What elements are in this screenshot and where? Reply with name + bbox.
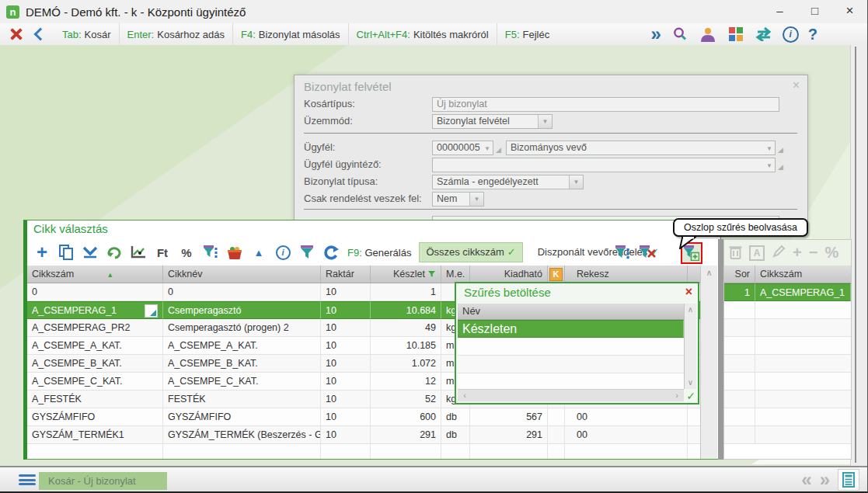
triangle-up-icon[interactable]: ▲ bbox=[249, 242, 269, 262]
expand-toolbar-icon[interactable]: » bbox=[650, 24, 661, 44]
table-cell[interactable]: 10.684 bbox=[371, 301, 441, 319]
table-cell[interactable] bbox=[724, 373, 755, 391]
table-cell[interactable] bbox=[27, 444, 163, 459]
next-page-icon[interactable]: » bbox=[820, 470, 830, 490]
table-cell[interactable]: Készleten bbox=[458, 320, 684, 338]
table-cell[interactable]: 10 bbox=[321, 283, 371, 301]
info-icon[interactable]: i bbox=[783, 26, 799, 43]
table-cell[interactable] bbox=[724, 355, 755, 373]
column-header-me[interactable]: M.e. bbox=[441, 266, 470, 283]
table-cell[interactable] bbox=[755, 391, 851, 408]
scroll-down-icon[interactable]: ∨ bbox=[685, 377, 696, 388]
table-cell[interactable]: 1 bbox=[371, 283, 441, 301]
ugyintezo-combo[interactable]: ▼◢ bbox=[432, 158, 776, 172]
collapse-down-icon[interactable] bbox=[80, 242, 100, 262]
table-cell[interactable]: A_CSEMPE_B_KAT. bbox=[163, 355, 321, 373]
basket-icon[interactable] bbox=[225, 242, 245, 262]
decrease-icon[interactable]: − bbox=[809, 244, 818, 262]
table-row[interactable] bbox=[724, 355, 851, 373]
edit-icon[interactable] bbox=[772, 245, 786, 261]
shortcut-tab-kosar[interactable]: Tab:Kosár bbox=[54, 23, 120, 45]
table-row[interactable]: 1A_CSEMPERAG_1 bbox=[724, 283, 851, 301]
confirm-check-icon[interactable]: ✓ bbox=[685, 390, 697, 402]
table-cell[interactable]: 00 bbox=[565, 408, 688, 426]
table-cell[interactable] bbox=[321, 444, 371, 459]
right-scroll-strip[interactable] bbox=[850, 45, 867, 466]
table-cell[interactable]: 10 bbox=[321, 355, 371, 373]
table-cell[interactable] bbox=[755, 373, 851, 391]
table-cell[interactable] bbox=[755, 426, 851, 444]
info-icon[interactable]: i bbox=[273, 242, 293, 262]
bizonylat-tipusa-select[interactable]: Számla - engedélyezett▼ bbox=[432, 175, 584, 189]
table-row[interactable]: GYSZÁMFIFOGYSZÁMFIFO10600db56700 bbox=[27, 408, 701, 426]
table-cell[interactable]: GYSZÁM_TERMÉK1 bbox=[27, 426, 163, 444]
dialog-close-icon[interactable]: × bbox=[793, 78, 800, 92]
table-cell[interactable]: A_CSEMPE_B_KAT. bbox=[27, 355, 163, 373]
table-cell[interactable]: FESTÉK bbox=[163, 391, 321, 408]
ugyfel-code-combo[interactable]: 00000005▼◢ bbox=[432, 141, 493, 155]
popup-close-icon[interactable]: × bbox=[685, 285, 692, 299]
table-cell[interactable]: GYSZÁMFIFO bbox=[163, 408, 321, 426]
search-icon[interactable] bbox=[671, 25, 689, 43]
scroll-right-icon[interactable]: › bbox=[671, 390, 683, 401]
table-cell[interactable] bbox=[724, 319, 755, 337]
scroll-left-icon[interactable]: ‹ bbox=[458, 390, 471, 401]
table-cell[interactable] bbox=[163, 444, 321, 459]
chevron-down-icon[interactable]: ▼ bbox=[484, 142, 490, 155]
chevron-down-icon[interactable]: ▼ bbox=[766, 142, 772, 155]
refresh-icon[interactable] bbox=[321, 242, 341, 262]
table-row[interactable] bbox=[27, 444, 701, 459]
help-icon[interactable]: ? bbox=[808, 26, 817, 43]
table-cell[interactable]: 1 bbox=[724, 283, 755, 301]
exit-icon[interactable] bbox=[8, 26, 25, 42]
table-cell[interactable]: 10 bbox=[321, 319, 371, 337]
table-cell[interactable]: 291 bbox=[470, 426, 548, 444]
table-row[interactable] bbox=[458, 373, 684, 389]
column-header-cikkszam[interactable]: Cikkszám bbox=[755, 266, 851, 283]
table-cell[interactable] bbox=[458, 373, 684, 389]
table-cell[interactable]: Csemperagasztó bbox=[163, 301, 321, 319]
table-cell[interactable] bbox=[371, 444, 441, 459]
table-cell[interactable] bbox=[724, 301, 755, 319]
table-cell[interactable]: A_CSEMPE_A_KAT. bbox=[163, 337, 321, 355]
table-cell[interactable]: 600 bbox=[371, 408, 441, 426]
kosartipus-input[interactable]: Új bizonylat bbox=[432, 97, 779, 112]
column-header-cikkszam[interactable]: Cikkszám▲ bbox=[27, 266, 163, 283]
popup-vertical-scrollbar[interactable]: ∧ ∨ bbox=[684, 304, 696, 389]
currency-ft-icon[interactable]: Ft bbox=[152, 242, 173, 262]
table-cell[interactable]: 12 bbox=[371, 373, 441, 391]
table-cell[interactable] bbox=[724, 391, 755, 408]
table-cell[interactable]: 10 bbox=[321, 426, 371, 444]
chart-icon[interactable] bbox=[128, 242, 148, 262]
table-cell[interactable]: 10 bbox=[321, 373, 371, 391]
shortcut-ctrlaltf4-makro[interactable]: Ctrl+Alt+F4:Kitöltés makróról bbox=[349, 23, 497, 45]
user-icon[interactable] bbox=[699, 25, 717, 43]
table-cell[interactable] bbox=[724, 408, 755, 426]
table-cell[interactable]: 10 bbox=[321, 337, 371, 355]
table-cell[interactable] bbox=[755, 355, 851, 373]
table-cell[interactable]: A_CSEMPE_A_KAT. bbox=[27, 337, 163, 355]
table-cell[interactable]: 52 bbox=[371, 391, 441, 408]
column-header-nev[interactable]: Név bbox=[458, 304, 684, 320]
table-cell[interactable]: 10 bbox=[321, 391, 371, 408]
shortcut-f4-masolas[interactable]: F4:Bizonylat másolás bbox=[233, 23, 349, 45]
table-cell[interactable] bbox=[441, 444, 470, 459]
scroll-up-icon[interactable]: ∧ bbox=[701, 266, 717, 279]
table-cell[interactable]: 567 bbox=[470, 408, 548, 426]
table-cell[interactable] bbox=[548, 426, 565, 444]
close-button[interactable]: × bbox=[832, 0, 867, 23]
percent-icon[interactable]: % bbox=[824, 244, 838, 262]
delete-icon[interactable] bbox=[729, 245, 742, 262]
chevron-down-icon[interactable]: ▼ bbox=[766, 159, 772, 172]
clear-filter-icon[interactable] bbox=[636, 242, 658, 262]
table-row[interactable] bbox=[724, 373, 851, 391]
document-list-icon[interactable] bbox=[838, 469, 859, 491]
shortcut-f5-fejlec[interactable]: F5:Fejléc bbox=[497, 23, 557, 45]
table-cell[interactable] bbox=[755, 319, 851, 337]
table-row[interactable] bbox=[724, 337, 851, 355]
copy-icon[interactable] bbox=[56, 242, 76, 262]
table-cell[interactable]: A_CSEMPERAG_PR2 bbox=[27, 319, 163, 337]
table-cell[interactable]: 10.185 bbox=[371, 337, 441, 355]
table-row[interactable] bbox=[724, 391, 851, 408]
delete-all-icon[interactable]: A bbox=[749, 245, 765, 261]
